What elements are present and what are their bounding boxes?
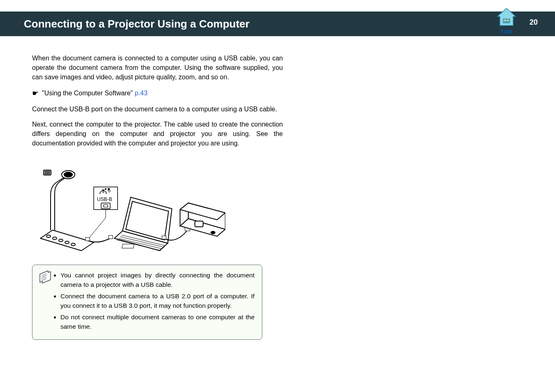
- svg-point-4: [64, 172, 72, 177]
- xref-text: "Using the Computer Software": [42, 90, 135, 97]
- page-title: Connecting to a Projector Using a Comput…: [24, 18, 250, 30]
- paragraph-projector: Next, connect the computer to the projec…: [32, 120, 283, 148]
- svg-rect-22: [86, 238, 90, 241]
- note-icon: [38, 270, 52, 284]
- svg-point-11: [65, 241, 69, 244]
- usb-b-label: USB-B: [97, 196, 112, 202]
- svg-point-13: [46, 235, 51, 238]
- paragraph-intro: When the document camera is connected to…: [32, 53, 283, 82]
- svg-rect-1: [504, 20, 506, 21]
- home-top-icon: [496, 7, 517, 28]
- content-column: When the document camera is connected to…: [32, 53, 283, 340]
- svg-point-12: [71, 243, 75, 246]
- top-label: TOP: [495, 29, 518, 35]
- page-number: 20: [530, 18, 538, 27]
- top-link[interactable]: TOP: [495, 7, 518, 39]
- svg-rect-28: [122, 244, 134, 248]
- note-item: Connect the document camera to a USB 2.0…: [60, 292, 254, 310]
- svg-rect-31: [195, 221, 203, 227]
- pointer-icon: ☛: [32, 88, 39, 99]
- xref-link[interactable]: p.43: [135, 90, 148, 97]
- cross-reference[interactable]: ☛ "Using the Computer Software" p.43: [32, 88, 283, 99]
- svg-rect-2: [507, 20, 509, 21]
- svg-rect-17: [108, 188, 110, 190]
- paragraph-usb: Connect the USB-B port on the document c…: [32, 104, 283, 114]
- svg-point-10: [59, 239, 63, 242]
- svg-rect-23: [109, 235, 113, 239]
- svg-rect-29: [162, 236, 166, 239]
- page-header: Connecting to a Projector Using a Comput…: [0, 12, 555, 36]
- svg-point-32: [211, 231, 215, 234]
- svg-line-21: [89, 218, 106, 238]
- svg-point-15: [105, 188, 106, 190]
- connection-diagram: USB-B: [32, 156, 225, 255]
- svg-point-9: [53, 237, 57, 240]
- note-box: You cannot project images by directly co…: [32, 265, 262, 340]
- note-item: You cannot project images by directly co…: [60, 271, 254, 289]
- note-item: Do not connect multiple document cameras…: [60, 313, 254, 331]
